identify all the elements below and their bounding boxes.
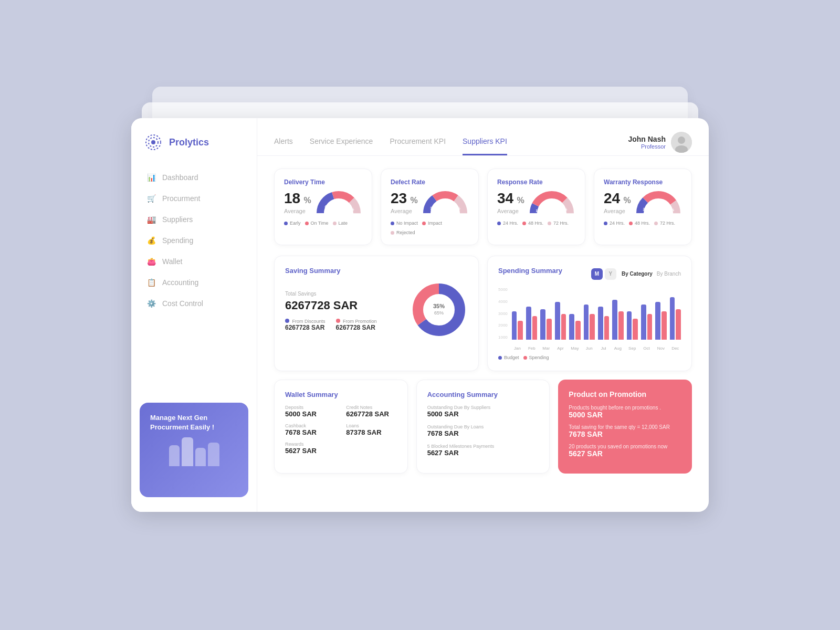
cashback-value: 7678 SAR (285, 428, 335, 436)
bar-group (670, 297, 681, 340)
filter-by-category[interactable]: By Category (622, 271, 653, 277)
legend-dot (391, 231, 394, 235)
user-name: John Nash (628, 135, 666, 143)
sidebar-item-accounting[interactable]: 📋 Accounting (140, 272, 248, 292)
spending-legend: Budget Spending (498, 355, 681, 360)
budget-legend: Budget (498, 355, 519, 360)
kpi-unit: % (411, 196, 418, 205)
legend-row: Early On Time Late (284, 220, 362, 226)
kpi-title: Response Rate (497, 178, 575, 186)
kpi-chart: 25%55%20% (635, 190, 682, 217)
bottom-row: Wallet Summary Deposits 5000 SAR Credit … (274, 380, 692, 474)
loans-item: Loans 87378 SAR (346, 423, 396, 436)
sidebar-item-dashboard[interactable]: 📊 Dashboard (140, 167, 248, 187)
promo-item3-value: 5627 SAR (569, 449, 681, 458)
bar-spending (676, 309, 681, 340)
spending-dot (523, 356, 527, 360)
spending-title: Spending Summary (498, 267, 562, 275)
dashboard-icon: 📊 (147, 173, 156, 182)
sidebar-item-spending[interactable]: 💰 Spending (140, 230, 248, 250)
from-promotion: From Promotion 6267728 SAR (336, 319, 377, 331)
accounting-items: Outstanding Due By Suppliers 5000 SAR Ou… (427, 405, 539, 457)
y-axis-label: 1000 (498, 335, 508, 340)
kpi-number: 34 (497, 190, 513, 206)
saving-summary-card: Saving Summary Total Savings 6267728 SAR (274, 256, 479, 371)
kpi-value-row: 24 % Average 25%55%20% (604, 190, 682, 217)
bar-spending (618, 311, 624, 340)
blocked-milestones-value: 5627 SAR (427, 449, 539, 457)
kpi-chart: 15%60%25% (528, 190, 575, 217)
bar-spending (575, 321, 581, 340)
sidebar-item-wallet[interactable]: 👛 Wallet (140, 251, 248, 271)
bar-budget (555, 302, 560, 340)
app-name: Prolytics (169, 137, 209, 148)
svg-point-26 (640, 195, 677, 217)
bar-group (569, 314, 580, 340)
blocked-milestones: 5 Blocked Milestones Payments 5627 SAR (427, 444, 539, 457)
legend-item: 72 Hrs. (548, 220, 569, 226)
kpi-unit: % (517, 196, 524, 205)
suppliers-label: Suppliers (162, 215, 193, 224)
promotion-dot (336, 319, 340, 323)
product-promo-card: Product on Promotion Products bought bef… (558, 380, 692, 474)
legend-item: 48 Hrs. (522, 220, 543, 226)
blocked-milestones-label: 5 Blocked Milestones Payments (427, 444, 539, 449)
tab-service-experience[interactable]: Service Experience (310, 129, 373, 155)
bar-group (540, 309, 551, 340)
bar-budget (540, 309, 545, 340)
rewards-value: 5627 SAR (285, 447, 335, 455)
saving-title: Saving Summary (285, 267, 468, 275)
bar-budget (512, 311, 517, 340)
kpi-value-row: 34 % Average 15%60%25% (497, 190, 575, 217)
svg-text:55%: 55% (656, 200, 664, 203)
tab-procurement-kpi[interactable]: Procurement KPI (390, 129, 446, 155)
promo-item1-label: Products bought before on promotions . (569, 405, 681, 411)
legend-row: 24 Hrs. 48 Hrs. 72 Hrs. (497, 220, 575, 226)
toggle-monthly[interactable]: M (591, 268, 603, 280)
kpi-numbers: 18 % Average (284, 190, 311, 214)
nav-tabs: Alerts Service Experience Procurement KP… (274, 129, 507, 155)
kpi-card-defect-rate: Defect Rate 23 % Average 30%40%30% No Im… (381, 169, 479, 245)
svg-text:35%: 35% (433, 303, 445, 309)
month-label: Jul (598, 346, 609, 351)
svg-text:35%: 35% (338, 200, 346, 203)
legend-dot (654, 222, 658, 225)
legend-item: 72 Hrs. (654, 220, 675, 226)
kpi-card-delivery-time: Delivery Time 18 % Average 40%35%25% Ear… (274, 169, 372, 245)
header: Alerts Service Experience Procurement KP… (257, 118, 709, 156)
tab-alerts[interactable]: Alerts (274, 129, 293, 155)
month-label: Jun (584, 346, 595, 351)
promo-illustration (150, 437, 238, 466)
toggle-yearly[interactable]: Y (605, 268, 616, 280)
month-label: Apr (555, 346, 566, 351)
tab-suppliers-kpi[interactable]: Suppliers KPI (463, 129, 507, 155)
bar-budget (641, 304, 646, 340)
kpi-chart: 30%40%30% (422, 190, 469, 217)
kpi-chart: 40%35%25% (315, 190, 362, 217)
kpi-avg-label: Average (604, 208, 631, 214)
bar-chart (512, 287, 681, 340)
month-label: May (569, 346, 580, 351)
bar-budget (627, 311, 632, 340)
loans-value: 87378 SAR (346, 428, 396, 436)
promo-item2-label: Total saving for the same qty = 12,000 S… (569, 424, 681, 430)
bar-spending (547, 319, 552, 340)
main-content: Alerts Service Experience Procurement KP… (257, 118, 709, 512)
month-label: Mar (540, 346, 551, 351)
filter-by-branch[interactable]: By Branch (657, 271, 681, 277)
sidebar-item-cost-control[interactable]: ⚙️ Cost Control (140, 293, 248, 313)
bar-group (555, 302, 566, 340)
legend-dot (604, 222, 607, 225)
sidebar-item-suppliers[interactable]: 🏭 Suppliers (140, 209, 248, 229)
bar-budget (655, 302, 660, 340)
outstanding-suppliers: Outstanding Due By Suppliers 5000 SAR (427, 405, 539, 418)
filter-buttons: By Category By Branch (622, 271, 681, 277)
bar-group (655, 302, 666, 340)
y-axis-label: 3000 (498, 311, 508, 316)
promo-card: Manage Next Gen Procurment Easily ! (140, 403, 248, 497)
deposits-item: Deposits 5000 SAR (285, 405, 335, 418)
kpi-avg-label: Average (284, 208, 311, 214)
sidebar-item-procurement[interactable]: 🛒 Procurment (140, 188, 248, 208)
legend-item: Rejected (391, 230, 415, 235)
wallet-summary-card: Wallet Summary Deposits 5000 SAR Credit … (274, 380, 408, 474)
